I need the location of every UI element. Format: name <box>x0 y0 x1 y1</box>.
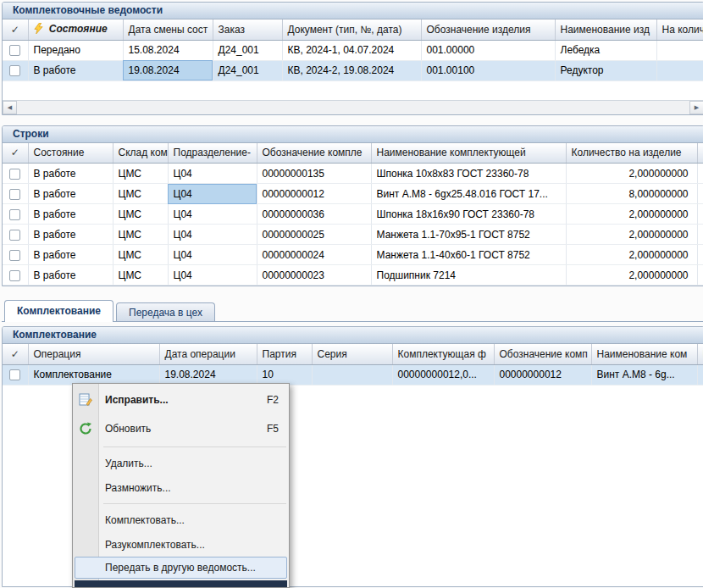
cell-warehouse[interactable]: ЦМС <box>113 184 168 204</box>
cell-series[interactable] <box>312 364 392 385</box>
col-header-component[interactable]: Комплектующая ф <box>392 344 494 364</box>
cell-designation[interactable]: 00000000024 <box>257 245 371 265</box>
scroll-left-button[interactable]: ◀ <box>3 101 17 114</box>
cell-order[interactable]: Д24_001 <box>213 40 282 60</box>
row-checkbox[interactable] <box>9 45 20 56</box>
tab-komplektovanie[interactable]: Комплектование <box>4 300 113 322</box>
table-row[interactable]: В работе ЦМС Ц04 00000000012 Винт А.М8 -… <box>3 184 703 204</box>
cell-state[interactable]: В работе <box>28 265 113 286</box>
col-header-designation[interactable]: Обозначение изделия <box>421 19 555 40</box>
cell-component[interactable]: 00000000012,0... <box>392 364 494 385</box>
cell-check[interactable] <box>3 364 28 385</box>
table-row[interactable]: В работе ЦМС Ц04 00000000036 Шпонка 18x1… <box>3 204 703 225</box>
col-header-operation[interactable]: Операция <box>28 344 159 364</box>
menu-item-edit[interactable]: Исправить... F2 <box>73 386 289 414</box>
cell-designation[interactable]: 00000000036 <box>257 204 371 225</box>
col-header-name[interactable]: Наименование ком <box>591 344 697 364</box>
cell-date[interactable]: 19.08.2024 <box>123 60 213 80</box>
table-row[interactable]: В работе ЦМС Ц04 00000000135 Шпонка 10x8… <box>3 164 703 184</box>
col-header-check[interactable]: ✓ <box>3 143 28 164</box>
col-header-state[interactable]: Состояние <box>28 143 113 164</box>
cell-state[interactable]: В работе <box>28 184 113 204</box>
cell-check[interactable] <box>3 204 28 225</box>
cell-qty[interactable]: 2,000000000 <box>566 245 697 265</box>
cell-qty[interactable]: 2,000000000 <box>566 225 697 245</box>
cell-batch[interactable]: 10 <box>257 364 312 385</box>
menu-item-komplektovat[interactable]: Комплектовать... <box>73 508 289 532</box>
col-header-doc[interactable]: Документ (тип, №, дата) <box>282 19 421 40</box>
cell-department[interactable]: Ц04 <box>168 164 257 184</box>
cell-department[interactable]: Ц04 <box>168 204 257 225</box>
col-header-qty[interactable]: На колич <box>656 19 703 40</box>
cell-department[interactable]: Ц04 <box>168 245 257 265</box>
menu-item-refresh[interactable]: Обновить F5 <box>73 414 289 443</box>
cell-designation[interactable]: 00000000012 <box>494 364 591 385</box>
cell-check[interactable] <box>3 225 28 245</box>
row-checkbox[interactable] <box>9 169 20 180</box>
cell-check[interactable] <box>3 184 28 204</box>
col-header-batch[interactable]: Партия <box>257 344 312 364</box>
cell-check[interactable] <box>3 265 28 286</box>
cell-name[interactable]: Манжета 1.1-40x60-1 ГОСТ 8752 <box>371 245 566 265</box>
cell-date[interactable]: 15.08.2024 <box>123 40 213 60</box>
cell-department[interactable]: Ц04 <box>168 265 257 286</box>
cell-operation[interactable]: Комплектование <box>28 364 159 385</box>
horizontal-scrollbar[interactable]: ◀ ▶ <box>3 100 703 114</box>
cell-name[interactable]: Винт А.М8 - 6gx25.48.016 ГОСТ 17... <box>371 184 566 204</box>
row-checkbox[interactable] <box>9 369 20 380</box>
row-checkbox[interactable] <box>9 250 20 261</box>
col-header-name[interactable]: Наименование изд <box>555 19 656 40</box>
cell-designation[interactable]: 00000000012 <box>257 184 371 204</box>
col-header-series[interactable]: Серия <box>312 344 392 364</box>
cell-state[interactable]: В работе <box>28 245 113 265</box>
cell-name[interactable]: Манжета 1.1-70x95-1 ГОСТ 8752 <box>371 225 566 245</box>
col-header-designation[interactable]: Обозначение компле <box>257 143 371 164</box>
cell-state[interactable]: В работе <box>28 204 113 225</box>
row-checkbox[interactable] <box>9 230 20 241</box>
cell-stub[interactable] <box>697 184 703 204</box>
table-row[interactable]: Передано 15.08.2024 Д24_001 КВ, 2024-1, … <box>3 40 703 60</box>
cell-qty[interactable] <box>697 364 703 385</box>
tab-peredacha-v-ceh[interactable]: Передача в цех <box>116 302 215 321</box>
cell-qty[interactable]: 2,000000000 <box>566 265 697 286</box>
cell-department[interactable]: Ц04 <box>168 184 257 204</box>
cell-state[interactable]: В работе <box>28 164 113 184</box>
col-header-date[interactable]: Дата смены сост <box>123 19 213 40</box>
row-checkbox[interactable] <box>9 270 20 281</box>
cell-state[interactable]: Передано <box>28 40 123 60</box>
cell-warehouse[interactable]: ЦМС <box>113 204 168 225</box>
cell-name[interactable]: Лебедка <box>555 40 656 60</box>
table-row[interactable]: Комплектование 19.08.2024 10 00000000012… <box>3 364 703 385</box>
cell-order[interactable]: Д24_001 <box>213 60 282 80</box>
col-header-stub[interactable] <box>697 143 703 164</box>
cell-stub[interactable] <box>697 164 703 184</box>
cell-warehouse[interactable]: ЦМС <box>113 265 168 286</box>
cell-name[interactable]: Подшипник 7214 <box>371 265 566 286</box>
cell-qty[interactable]: 8,000000000 <box>566 184 697 204</box>
cell-doc[interactable]: КВ, 2024-1, 04.07.2024 <box>282 40 421 60</box>
cell-warehouse[interactable]: ЦМС <box>113 164 168 184</box>
cell-stub[interactable] <box>697 265 703 286</box>
cell-warehouse[interactable]: ЦМС <box>113 245 168 265</box>
cell-date[interactable]: 19.08.2024 <box>159 364 257 385</box>
col-header-state[interactable]: Состояние <box>28 19 123 40</box>
cell-doc[interactable]: КВ, 2024-2, 19.08.2024 <box>282 60 421 80</box>
col-header-date[interactable]: Дата операции <box>159 344 257 364</box>
cell-warehouse[interactable]: ЦМС <box>113 225 168 245</box>
cell-stub[interactable] <box>697 225 703 245</box>
col-header-order[interactable]: Заказ <box>213 19 282 40</box>
cell-check[interactable] <box>3 40 28 60</box>
menu-item-razukomplektovat[interactable]: Разукомплектовать... <box>73 532 289 557</box>
cell-qty[interactable] <box>656 40 703 60</box>
row-checkbox[interactable] <box>9 209 20 220</box>
cell-state[interactable]: В работе <box>28 60 123 80</box>
cell-designation[interactable]: 001.00100 <box>421 60 555 80</box>
cell-designation[interactable]: 001.00000 <box>421 40 555 60</box>
cell-designation[interactable]: 00000000023 <box>257 265 371 286</box>
scroll-right-button[interactable]: ▶ <box>689 101 703 114</box>
cell-check[interactable] <box>3 245 28 265</box>
cell-stub[interactable] <box>697 204 703 225</box>
col-header-designation[interactable]: Обозначение комп <box>494 344 591 364</box>
menu-item-delete[interactable]: Удалить... <box>73 451 289 475</box>
col-header-department[interactable]: Подразделение- <box>168 143 257 164</box>
